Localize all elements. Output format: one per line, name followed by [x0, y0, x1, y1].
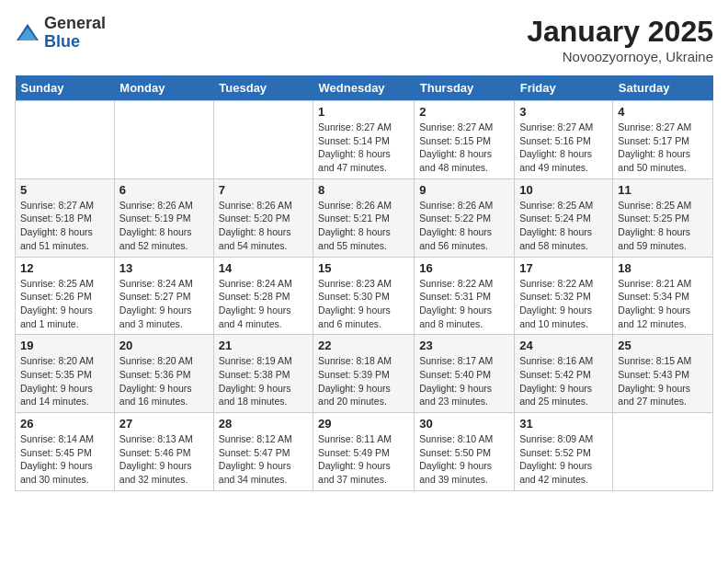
day-info: Sunrise: 8:26 AM Sunset: 5:21 PM Dayligh… — [318, 199, 409, 253]
logo-blue: Blue — [44, 33, 106, 52]
day-info: Sunrise: 8:25 AM Sunset: 5:24 PM Dayligh… — [519, 199, 608, 253]
logo: General Blue — [15, 15, 106, 52]
day-info: Sunrise: 8:27 AM Sunset: 5:15 PM Dayligh… — [419, 121, 509, 175]
day-info: Sunrise: 8:18 AM Sunset: 5:39 PM Dayligh… — [318, 354, 409, 408]
calendar-cell: 9Sunrise: 8:26 AM Sunset: 5:22 PM Daylig… — [415, 178, 515, 257]
day-number: 6 — [119, 183, 209, 197]
calendar-cell: 30Sunrise: 8:10 AM Sunset: 5:50 PM Dayli… — [415, 413, 515, 491]
calendar-cell: 8Sunrise: 8:26 AM Sunset: 5:21 PM Daylig… — [313, 178, 415, 257]
day-number: 8 — [318, 183, 409, 197]
calendar-cell: 10Sunrise: 8:25 AM Sunset: 5:24 PM Dayli… — [515, 178, 613, 257]
calendar-cell: 22Sunrise: 8:18 AM Sunset: 5:39 PM Dayli… — [313, 335, 415, 413]
logo-general: General — [44, 15, 106, 33]
day-info: Sunrise: 8:22 AM Sunset: 5:31 PM Dayligh… — [419, 277, 509, 331]
page-header: General Blue January 2025 Novoozyornoye,… — [15, 15, 713, 64]
day-info: Sunrise: 8:21 AM Sunset: 5:34 PM Dayligh… — [618, 277, 708, 331]
day-number: 16 — [419, 261, 509, 275]
calendar-cell: 21Sunrise: 8:19 AM Sunset: 5:38 PM Dayli… — [213, 335, 313, 413]
day-info: Sunrise: 8:26 AM Sunset: 5:20 PM Dayligh… — [219, 199, 308, 253]
day-info: Sunrise: 8:10 AM Sunset: 5:50 PM Dayligh… — [419, 432, 509, 487]
day-info: Sunrise: 8:11 AM Sunset: 5:49 PM Dayligh… — [318, 432, 409, 487]
week-row-1: 1Sunrise: 8:27 AM Sunset: 5:14 PM Daylig… — [16, 101, 713, 179]
day-number: 15 — [318, 261, 409, 275]
weekday-sunday: Sunday — [16, 75, 115, 101]
day-info: Sunrise: 8:27 AM Sunset: 5:18 PM Dayligh… — [20, 199, 109, 253]
title-block: January 2025 Novoozyornoye, Ukraine — [527, 15, 713, 64]
weekday-thursday: Thursday — [415, 75, 515, 101]
calendar-cell: 15Sunrise: 8:23 AM Sunset: 5:30 PM Dayli… — [313, 257, 415, 335]
day-info: Sunrise: 8:20 AM Sunset: 5:36 PM Dayligh… — [119, 354, 209, 408]
calendar-cell — [213, 101, 313, 179]
day-info: Sunrise: 8:12 AM Sunset: 5:47 PM Dayligh… — [219, 432, 308, 487]
day-info: Sunrise: 8:16 AM Sunset: 5:42 PM Dayligh… — [519, 354, 608, 408]
day-number: 12 — [20, 261, 109, 275]
day-info: Sunrise: 8:25 AM Sunset: 5:25 PM Dayligh… — [618, 199, 708, 253]
calendar-cell: 13Sunrise: 8:24 AM Sunset: 5:27 PM Dayli… — [114, 257, 213, 335]
calendar-cell: 17Sunrise: 8:22 AM Sunset: 5:32 PM Dayli… — [515, 257, 613, 335]
day-info: Sunrise: 8:27 AM Sunset: 5:14 PM Dayligh… — [318, 121, 409, 175]
calendar-cell: 12Sunrise: 8:25 AM Sunset: 5:26 PM Dayli… — [16, 257, 115, 335]
day-info: Sunrise: 8:22 AM Sunset: 5:32 PM Dayligh… — [519, 277, 608, 331]
calendar-table: SundayMondayTuesdayWednesdayThursdayFrid… — [15, 75, 713, 491]
day-number: 28 — [219, 417, 308, 431]
day-number: 23 — [419, 339, 509, 352]
calendar-cell: 1Sunrise: 8:27 AM Sunset: 5:14 PM Daylig… — [313, 101, 415, 179]
day-number: 19 — [20, 339, 109, 352]
week-row-3: 12Sunrise: 8:25 AM Sunset: 5:26 PM Dayli… — [16, 257, 713, 335]
day-number: 25 — [618, 339, 708, 352]
day-info: Sunrise: 8:13 AM Sunset: 5:46 PM Dayligh… — [119, 432, 209, 487]
calendar-cell: 25Sunrise: 8:15 AM Sunset: 5:43 PM Dayli… — [613, 335, 713, 413]
day-number: 17 — [519, 261, 608, 275]
day-number: 1 — [318, 105, 409, 119]
day-number: 14 — [219, 261, 308, 275]
day-number: 27 — [119, 417, 209, 431]
day-info: Sunrise: 8:24 AM Sunset: 5:27 PM Dayligh… — [119, 277, 209, 331]
weekday-header-row: SundayMondayTuesdayWednesdayThursdayFrid… — [16, 75, 713, 101]
calendar-cell: 7Sunrise: 8:26 AM Sunset: 5:20 PM Daylig… — [213, 178, 313, 257]
calendar-cell — [114, 101, 213, 179]
calendar-cell: 29Sunrise: 8:11 AM Sunset: 5:49 PM Dayli… — [313, 413, 415, 491]
weekday-tuesday: Tuesday — [213, 75, 313, 101]
day-number: 13 — [119, 261, 209, 275]
day-number: 4 — [618, 105, 708, 119]
day-number: 22 — [318, 339, 409, 352]
day-number: 26 — [20, 417, 109, 431]
calendar-cell: 18Sunrise: 8:21 AM Sunset: 5:34 PM Dayli… — [613, 257, 713, 335]
calendar-cell: 16Sunrise: 8:22 AM Sunset: 5:31 PM Dayli… — [415, 257, 515, 335]
calendar-cell: 2Sunrise: 8:27 AM Sunset: 5:15 PM Daylig… — [415, 101, 515, 179]
calendar-cell: 27Sunrise: 8:13 AM Sunset: 5:46 PM Dayli… — [114, 413, 213, 491]
day-number: 29 — [318, 417, 409, 431]
day-number: 9 — [419, 183, 509, 197]
calendar-cell — [613, 413, 713, 491]
calendar-cell: 14Sunrise: 8:24 AM Sunset: 5:28 PM Dayli… — [213, 257, 313, 335]
calendar-cell: 6Sunrise: 8:26 AM Sunset: 5:19 PM Daylig… — [114, 178, 213, 257]
day-info: Sunrise: 8:27 AM Sunset: 5:16 PM Dayligh… — [519, 121, 608, 175]
day-info: Sunrise: 8:15 AM Sunset: 5:43 PM Dayligh… — [618, 354, 708, 408]
month-title: January 2025 — [527, 15, 713, 49]
day-info: Sunrise: 8:20 AM Sunset: 5:35 PM Dayligh… — [20, 354, 109, 408]
calendar-cell: 28Sunrise: 8:12 AM Sunset: 5:47 PM Dayli… — [213, 413, 313, 491]
weekday-saturday: Saturday — [613, 75, 713, 101]
day-info: Sunrise: 8:19 AM Sunset: 5:38 PM Dayligh… — [219, 354, 308, 408]
day-number: 7 — [219, 183, 308, 197]
calendar-cell: 24Sunrise: 8:16 AM Sunset: 5:42 PM Dayli… — [515, 335, 613, 413]
calendar-cell: 26Sunrise: 8:14 AM Sunset: 5:45 PM Dayli… — [16, 413, 115, 491]
weekday-friday: Friday — [515, 75, 613, 101]
calendar-cell: 31Sunrise: 8:09 AM Sunset: 5:52 PM Dayli… — [515, 413, 613, 491]
day-info: Sunrise: 8:23 AM Sunset: 5:30 PM Dayligh… — [318, 277, 409, 331]
calendar-cell: 5Sunrise: 8:27 AM Sunset: 5:18 PM Daylig… — [16, 178, 115, 257]
calendar-cell: 19Sunrise: 8:20 AM Sunset: 5:35 PM Dayli… — [16, 335, 115, 413]
day-info: Sunrise: 8:25 AM Sunset: 5:26 PM Dayligh… — [20, 277, 109, 331]
calendar-cell: 20Sunrise: 8:20 AM Sunset: 5:36 PM Dayli… — [114, 335, 213, 413]
day-number: 31 — [519, 417, 608, 431]
calendar-cell: 23Sunrise: 8:17 AM Sunset: 5:40 PM Dayli… — [415, 335, 515, 413]
day-number: 5 — [20, 183, 109, 197]
week-row-2: 5Sunrise: 8:27 AM Sunset: 5:18 PM Daylig… — [16, 178, 713, 257]
day-number: 24 — [519, 339, 608, 352]
calendar-cell: 3Sunrise: 8:27 AM Sunset: 5:16 PM Daylig… — [515, 101, 613, 179]
week-row-5: 26Sunrise: 8:14 AM Sunset: 5:45 PM Dayli… — [16, 413, 713, 491]
day-number: 18 — [618, 261, 708, 275]
calendar-cell: 11Sunrise: 8:25 AM Sunset: 5:25 PM Dayli… — [613, 178, 713, 257]
location: Novoozyornoye, Ukraine — [527, 49, 713, 64]
day-info: Sunrise: 8:26 AM Sunset: 5:22 PM Dayligh… — [419, 199, 509, 253]
